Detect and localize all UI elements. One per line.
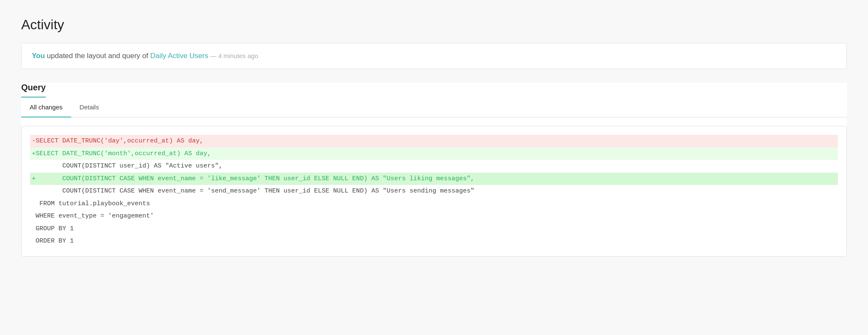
code-line-7: WHERE event_type = 'engagement' — [30, 210, 838, 223]
code-line-2: +SELECT DATE_TRUNC('month',occurred_at) … — [30, 148, 838, 160]
code-line-8: GROUP BY 1 — [30, 223, 838, 235]
query-section: Query All changes Details -SELECT DATE_T… — [21, 83, 847, 257]
tab-all-changes[interactable]: All changes — [21, 98, 71, 117]
tab-details[interactable]: Details — [71, 98, 108, 117]
code-block: -SELECT DATE_TRUNC('day',occurred_at) AS… — [21, 126, 847, 257]
code-line-4: + COUNT(DISTINCT CASE WHEN event_name = … — [30, 173, 838, 185]
page-title: Activity — [21, 17, 847, 33]
resource-link[interactable]: Daily Active Users — [150, 52, 208, 60]
code-line-9: ORDER BY 1 — [30, 235, 838, 248]
tabs-row: All changes Details — [21, 98, 847, 117]
query-header-label: Query — [21, 83, 46, 98]
time-ago: — 4 minutes ago — [208, 52, 258, 59]
activity-description: You updated the layout and query of Dail… — [32, 52, 258, 60]
code-line-3: COUNT(DISTINCT user_id) AS "Active users… — [30, 160, 838, 173]
code-line-6: FROM tutorial.playbook_events — [30, 198, 838, 210]
activity-card: You updated the layout and query of Dail… — [21, 43, 847, 69]
query-header: Query — [21, 83, 847, 98]
code-line-1: -SELECT DATE_TRUNC('day',occurred_at) AS… — [30, 135, 838, 148]
code-line-5: COUNT(DISTINCT CASE WHEN event_name = 's… — [30, 185, 838, 198]
you-link[interactable]: You — [32, 52, 45, 60]
